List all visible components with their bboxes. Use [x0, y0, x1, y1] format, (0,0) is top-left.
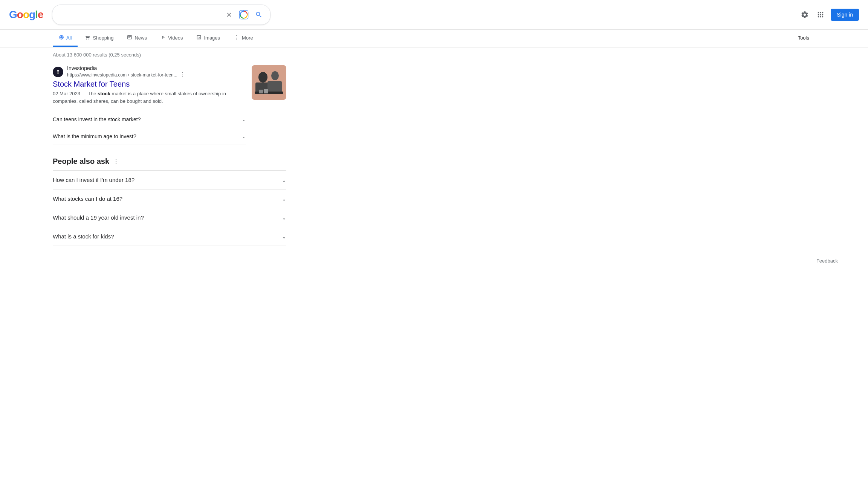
search-bar[interactable]: stocks for teens — [52, 5, 270, 25]
svg-rect-9 — [255, 92, 283, 94]
svg-point-2 — [243, 14, 245, 16]
paa-question-3: What should a 19 year old invest in? — [53, 214, 144, 221]
paa-chevron-3: ⌄ — [282, 215, 286, 221]
paa-section: People also ask ⋮ How can I invest if I'… — [53, 157, 286, 246]
logo-e-red: e — [38, 9, 43, 21]
results-area: About 13 600 000 results (0,25 seconds) … — [0, 47, 339, 255]
paa-options-icon[interactable]: ⋮ — [113, 158, 119, 165]
result-snippet: 02 Mar 2023 — The stock market is a plac… — [53, 90, 246, 105]
paa-question-4: What is a stock for kids? — [53, 233, 114, 240]
header-right: Sign in — [799, 9, 859, 21]
apps-button[interactable] — [815, 9, 826, 20]
search-input[interactable]: stocks for teens — [58, 11, 221, 18]
result-source-info: Investopedia https://www.investopedia.co… — [67, 65, 186, 78]
result-date: 02 Mar 2023 — [53, 91, 80, 96]
sign-in-button[interactable]: Sign in — [831, 9, 859, 21]
tab-news-label: News — [134, 35, 147, 41]
tab-shopping[interactable]: Shopping — [79, 30, 119, 47]
paa-title: People also ask — [53, 157, 109, 166]
paa-chevron-1: ⌄ — [282, 177, 286, 183]
x-icon — [226, 11, 232, 18]
paa-question-1: How can I invest if I'm under 18? — [53, 177, 134, 183]
logo-g-blue: G — [9, 9, 17, 21]
paa-item-4[interactable]: What is a stock for kids? ⌄ — [53, 227, 286, 246]
header: Google stocks for teens — [0, 0, 868, 30]
svg-point-6 — [271, 71, 279, 80]
tab-videos-label: Videos — [168, 35, 183, 41]
search-submit-button[interactable] — [254, 9, 264, 20]
more-dots-icon: ⋮ — [234, 34, 240, 41]
faq-item-2[interactable]: What is the minimum age to invest? ⌄ — [53, 128, 246, 145]
shopping-icon — [85, 35, 90, 41]
tab-all-label: All — [66, 35, 72, 41]
tab-more-label: More — [242, 35, 253, 41]
tab-tools-label: Tools — [798, 35, 809, 41]
result-thumbnail-image — [252, 65, 286, 100]
feedback-label[interactable]: Feedback — [816, 258, 838, 264]
paa-chevron-2: ⌄ — [282, 196, 286, 202]
news-icon — [127, 35, 132, 41]
videos-icon — [160, 35, 166, 41]
logo-o-yellow: o — [23, 9, 29, 21]
result-faqs: Can teens invest in the stock market? ⌄ … — [53, 111, 246, 145]
result-snippet-bold: stock — [98, 91, 110, 96]
tab-shopping-label: Shopping — [93, 35, 113, 41]
faq-chevron-2: ⌄ — [242, 134, 246, 139]
result-url: https://www.investopedia.com › stock-mar… — [67, 72, 177, 78]
faq-chevron-1: ⌄ — [242, 117, 246, 122]
tab-images[interactable]: Images — [190, 30, 226, 47]
nav-tabs: All Shopping News Videos Images ⋮ More T… — [0, 30, 868, 47]
tab-more[interactable]: ⋮ More — [228, 30, 259, 47]
svg-rect-11 — [264, 89, 268, 93]
investopedia-favicon — [55, 69, 61, 75]
google-logo: Google — [9, 9, 43, 21]
faq-item-1[interactable]: Can teens invest in the stock market? ⌄ — [53, 111, 246, 128]
paa-chevron-4: ⌄ — [282, 234, 286, 240]
results-count: About 13 600 000 results (0,25 seconds) — [53, 52, 286, 58]
result-snippet-prefix: — The — [80, 91, 98, 96]
search-result-investopedia: Investopedia https://www.investopedia.co… — [53, 65, 286, 145]
images-icon — [196, 35, 202, 41]
clear-search-button[interactable] — [224, 10, 234, 20]
result-domain-name: Investopedia — [67, 65, 186, 71]
feedback-bar: Feedback — [0, 255, 868, 264]
lens-button[interactable] — [237, 8, 251, 21]
paa-item-1[interactable]: How can I invest if I'm under 18? ⌄ — [53, 171, 286, 189]
paa-question-2: What stocks can I do at 16? — [53, 196, 122, 202]
tab-all[interactable]: All — [53, 30, 78, 47]
gear-icon — [801, 11, 809, 19]
result-thumbnail — [252, 65, 286, 100]
paa-item-3[interactable]: What should a 19 year old invest in? ⌄ — [53, 208, 286, 227]
lens-icon — [238, 9, 249, 20]
tab-news[interactable]: News — [121, 30, 153, 47]
logo-g-blue2: g — [29, 9, 35, 21]
svg-rect-10 — [259, 90, 263, 93]
result-title-link[interactable]: Stock Market for Teens — [53, 80, 246, 89]
paa-items-wrapper: How can I invest if I'm under 18? ⌄ What… — [53, 170, 286, 246]
result-favicon — [53, 67, 63, 77]
result-main: Investopedia https://www.investopedia.co… — [53, 65, 246, 145]
tab-images-label: Images — [204, 35, 220, 41]
settings-button[interactable] — [799, 9, 810, 20]
svg-point-5 — [258, 72, 267, 82]
all-icon — [59, 35, 64, 41]
faq-question-1: Can teens invest in the stock market? — [53, 116, 141, 122]
search-bar-icons — [224, 8, 264, 21]
result-options-icon[interactable]: ⋮ — [180, 71, 186, 78]
logo-o-red: o — [17, 9, 23, 21]
result-source: Investopedia https://www.investopedia.co… — [53, 65, 246, 78]
paa-item-2[interactable]: What stocks can I do at 16? ⌄ — [53, 189, 286, 208]
paa-header: People also ask ⋮ — [53, 157, 286, 166]
tab-videos[interactable]: Videos — [154, 30, 189, 47]
tab-tools[interactable]: Tools — [792, 31, 815, 46]
grid-icon — [816, 11, 825, 19]
logo-l-green: l — [35, 9, 38, 21]
search-icon — [255, 11, 263, 18]
faq-question-2: What is the minimum age to invest? — [53, 133, 136, 139]
